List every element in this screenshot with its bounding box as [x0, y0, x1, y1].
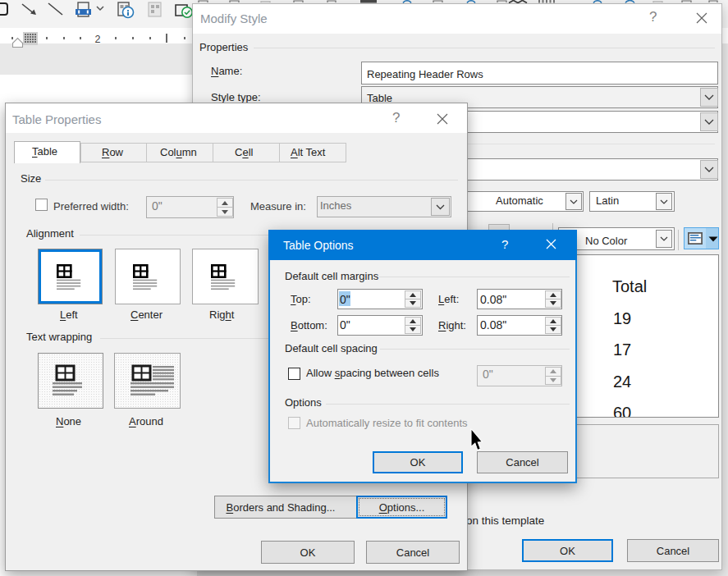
svg-text:2: 2: [95, 34, 101, 45]
